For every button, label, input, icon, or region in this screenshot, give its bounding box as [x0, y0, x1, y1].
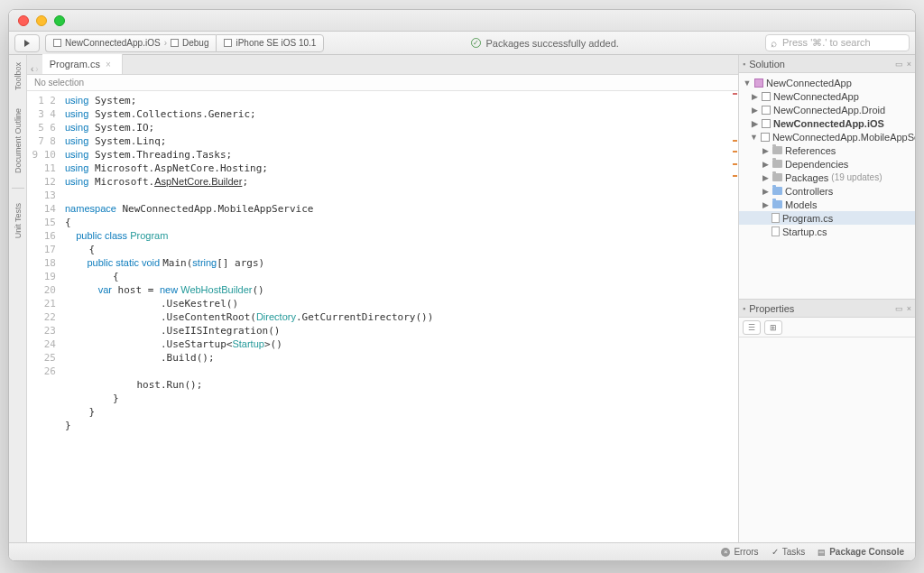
- folder-label: Models: [785, 199, 817, 210]
- properties-view-category-button[interactable]: ☰: [743, 320, 761, 335]
- folder-note: (19 updates): [831, 172, 882, 182]
- nav-forward-button[interactable]: ›: [35, 64, 38, 74]
- disclosure-triangle-icon[interactable]: ▶: [761, 173, 770, 182]
- folder-icon: [772, 200, 782, 208]
- statusbar: ×Errors ✓Tasks ▤Package Console: [9, 542, 915, 560]
- disclosure-triangle-icon[interactable]: ▶: [761, 200, 770, 209]
- disclosure-triangle-icon[interactable]: ▶: [761, 187, 770, 196]
- left-pad-strip: Toolbox Document Outline Unit Tests: [9, 55, 27, 542]
- disclosure-triangle-icon[interactable]: ▶: [750, 119, 759, 128]
- toolbox-pad-tab[interactable]: Toolbox: [14, 59, 23, 94]
- project-node[interactable]: ▶ NewConnectedApp.Droid: [739, 103, 915, 116]
- marker-strip: [731, 91, 738, 542]
- project-label: NewConnectedApp.Droid: [773, 105, 885, 116]
- folder-icon: [772, 187, 782, 195]
- file-node[interactable]: Startup.cs: [739, 225, 915, 238]
- folder-icon: [772, 173, 782, 181]
- properties-panel: ▪ Properties ▭ × ☰ ⊞: [739, 299, 915, 542]
- search-input[interactable]: Press '⌘.' to search: [765, 34, 910, 51]
- search-placeholder: Press '⌘.' to search: [782, 37, 871, 49]
- solution-root-label: NewConnectedApp: [766, 78, 852, 88]
- traffic-lights: [9, 15, 65, 26]
- project-label: NewConnectedApp.MobileAppService: [772, 132, 915, 143]
- run-config-group: NewConnectedApp.iOS › Debug iPhone SE iO…: [45, 34, 324, 52]
- folder-label: References: [785, 145, 836, 156]
- file-node[interactable]: Program.cs: [739, 211, 915, 225]
- nav-back-button[interactable]: ‹: [31, 64, 33, 74]
- package-console-pad-button[interactable]: ▤Package Console: [818, 547, 904, 557]
- line-gutter: 1 2 3 4 5 6 7 8 9 10 11 12 13 14 15 16 1…: [27, 91, 61, 542]
- chevron-right-icon: ›: [164, 38, 167, 48]
- solution-panel-header[interactable]: ▪ Solution ▭ ×: [739, 55, 915, 73]
- folder-icon: [772, 146, 782, 154]
- tasks-pad-button[interactable]: ✓Tasks: [772, 547, 806, 557]
- divider: [12, 188, 24, 189]
- console-icon: ▤: [818, 548, 826, 557]
- check-icon: ✓: [772, 547, 779, 557]
- solution-root[interactable]: ▼ NewConnectedApp: [739, 76, 915, 89]
- project-icon: [762, 106, 771, 115]
- editor-breadcrumb[interactable]: No selection: [27, 75, 738, 91]
- panel-close-icon[interactable]: ×: [907, 304, 911, 313]
- errors-pad-button[interactable]: ×Errors: [721, 547, 758, 557]
- properties-view-alpha-button[interactable]: ⊞: [764, 320, 782, 335]
- project-node[interactable]: ▶ NewConnectedApp: [739, 89, 915, 103]
- run-button[interactable]: [14, 34, 40, 52]
- main-toolbar: NewConnectedApp.iOS › Debug iPhone SE iO…: [9, 32, 915, 55]
- panel-close-icon[interactable]: ×: [907, 60, 911, 69]
- device-selector[interactable]: iPhone SE iOS 10.1: [216, 34, 324, 52]
- project-selector[interactable]: NewConnectedApp.iOS › Debug: [45, 34, 216, 52]
- properties-toolbar: ☰ ⊞: [739, 318, 915, 337]
- folder-node[interactable]: ▶ Packages (19 updates): [739, 171, 915, 184]
- folder-node[interactable]: ▶ Dependencies: [739, 157, 915, 171]
- breadcrumb-text: No selection: [34, 78, 84, 88]
- solution-tree: ▼ NewConnectedApp ▶ NewConnectedApp ▶ Ne…: [739, 73, 915, 241]
- success-icon: ✓: [471, 38, 481, 48]
- project-label: NewConnectedApp.iOS: [65, 38, 161, 48]
- disclosure-triangle-icon[interactable]: ▼: [750, 133, 758, 142]
- project-icon: [762, 119, 771, 128]
- right-column: ▪ Solution ▭ × ▼ NewConnectedApp ▶ NewCo…: [738, 55, 915, 542]
- ide-window: NewConnectedApp.iOS › Debug iPhone SE iO…: [8, 9, 916, 561]
- error-icon: ×: [721, 548, 730, 557]
- folder-icon: [772, 160, 782, 168]
- code-content[interactable]: using System; using System.Collections.G…: [61, 91, 738, 542]
- minimize-window-button[interactable]: [36, 15, 47, 26]
- close-window-button[interactable]: [18, 15, 29, 26]
- file-tab[interactable]: Program.cs ×: [42, 54, 123, 74]
- folder-node[interactable]: ▶ Models: [739, 198, 915, 211]
- folder-node[interactable]: ▶ Controllers: [739, 184, 915, 198]
- project-icon: [762, 92, 771, 101]
- file-label: Program.cs: [782, 213, 833, 224]
- disclosure-triangle-icon[interactable]: ▶: [761, 160, 770, 169]
- folder-label: Packages: [785, 172, 828, 183]
- folder-node[interactable]: ▶ References: [739, 143, 915, 157]
- disclosure-triangle-icon[interactable]: ▶: [761, 146, 770, 155]
- project-node[interactable]: ▶ NewConnectedApp.iOS: [739, 116, 915, 130]
- nav-buttons: ‹ ›: [27, 64, 42, 74]
- titlebar[interactable]: [9, 10, 915, 32]
- panel-collapse-icon[interactable]: ▪: [743, 304, 745, 313]
- config-label: Debug: [182, 38, 208, 48]
- file-label: Startup.cs: [782, 226, 827, 237]
- csharp-file-icon: [772, 213, 780, 223]
- disclosure-triangle-icon[interactable]: ▶: [750, 92, 759, 101]
- folder-label: Controllers: [785, 186, 833, 197]
- properties-panel-header[interactable]: ▪ Properties ▭ ×: [739, 300, 915, 318]
- zoom-window-button[interactable]: [54, 15, 65, 26]
- device-icon: [224, 39, 232, 47]
- project-node[interactable]: ▼ NewConnectedApp.MobileAppService: [739, 130, 915, 143]
- solution-panel: ▪ Solution ▭ × ▼ NewConnectedApp ▶ NewCo…: [739, 55, 915, 299]
- panel-options-icon[interactable]: ▭: [895, 304, 903, 313]
- unit-tests-pad-tab[interactable]: Unit Tests: [14, 199, 23, 242]
- disclosure-triangle-icon[interactable]: ▼: [743, 79, 752, 88]
- project-label: NewConnectedApp.iOS: [773, 118, 884, 129]
- close-tab-button[interactable]: ×: [106, 60, 111, 69]
- document-outline-pad-tab[interactable]: Document Outline: [14, 105, 23, 177]
- editor-tabstrip: ‹ › Program.cs ×: [27, 55, 738, 75]
- code-editor[interactable]: 1 2 3 4 5 6 7 8 9 10 11 12 13 14 15 16 1…: [27, 91, 738, 542]
- panel-collapse-icon[interactable]: ▪: [743, 60, 745, 69]
- panel-options-icon[interactable]: ▭: [895, 60, 903, 69]
- disclosure-triangle-icon[interactable]: ▶: [750, 106, 759, 115]
- folder-label: Dependencies: [785, 159, 848, 170]
